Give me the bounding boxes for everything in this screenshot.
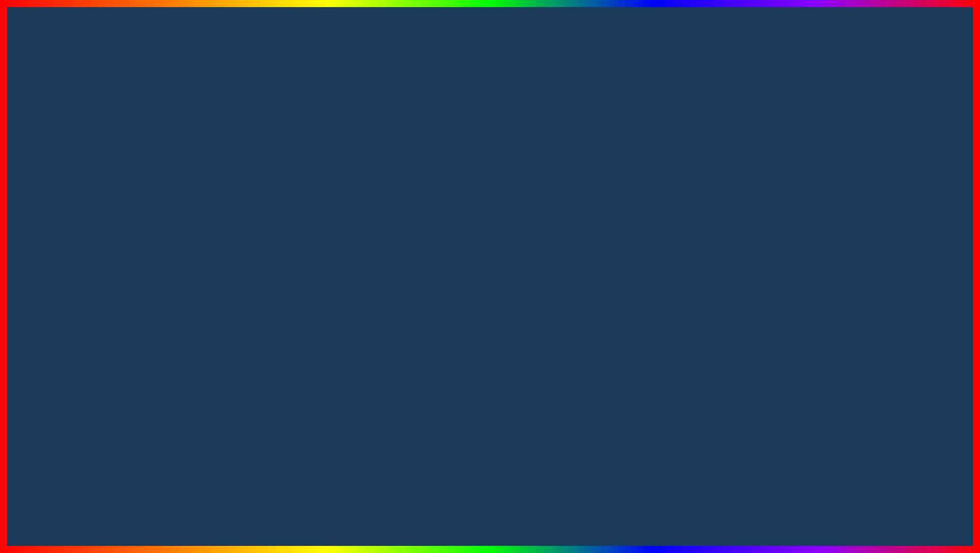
skull-icon: 💀 [808,495,839,525]
sidebar-item-race-right[interactable]: 👤 ce V4 [443,310,508,325]
general-icon-right: 🏠 [449,268,458,276]
tween-checkbox[interactable] [310,289,319,298]
tween-label: Auto Farm Chest ( Tween ) [122,290,307,297]
sidebar-label-general-left: General [55,268,77,275]
gun-mastery-checkbox[interactable] [716,308,725,317]
volcano-decoration [675,391,787,523]
sidebar-label-quest-left: Quest-Item [55,299,85,306]
bypass-checkbox[interactable] [310,308,319,317]
script-text: SCRIPT [493,486,643,528]
no-key-label: NO KEY !! [447,167,570,203]
select-weapon-label: Select Weapon : Melee [112,223,175,230]
auto-text: AUTO [147,469,319,532]
sidebar-label-necessary-right: Necessary [461,284,490,291]
select-weapon-dropdown[interactable]: Select Weapon : Melee ▼ [108,220,319,233]
fruit-mastery-checkbox[interactable] [716,289,725,298]
tween-row-icon: 🖱 [108,290,115,296]
race-icon-right: 👤 [449,314,458,322]
sidebar-item-necessary-left[interactable]: 🎯 Necessary [37,280,102,295]
candy-pole-4 [810,264,838,477]
sidebar-item-quest-right[interactable]: ⚙️ Quest-Item [443,295,508,310]
sidebar-item-general-left[interactable]: 🏠 General [37,264,102,280]
left-logo-area: M [37,199,102,245]
necessary-icon-left: 🎯 [43,283,52,291]
bf-logo-bottom: 💀 BL✦X FRUITS [801,481,939,538]
sidebar-label-race-right: ce V4 [461,314,477,321]
sidebar-item-necessary-right[interactable]: 🎯 Necessary [443,280,508,295]
sidebar-item-information-left[interactable]: 📋 Information [37,249,102,264]
row-auto-farm-nearest: 🖱 Auto Farm Nearest [103,255,324,274]
sidebar-label-quest-right: Quest-Item [461,299,491,306]
nearest-separator [118,260,119,270]
right-panel-content: Refresh Boss 🖱 🖱 Auto Farm Boss 🖱 Auto F… [509,195,730,329]
spawn-label: Auto Set Spawn Point [122,203,307,211]
all-boss-label: Auto Farm All Boss [528,242,713,249]
bf-fruits-text: FRUITS [852,510,939,538]
bf-logo-container: 💀 BL✦X FRUITS [801,481,939,538]
boss-checkbox[interactable] [716,222,725,231]
tween-separator [118,288,119,298]
left-logo-m: M [52,204,87,240]
nearest-row-icon: 🖱 [108,262,115,267]
boss-row-icon: 🖱 [514,223,521,229]
row-fruit-mastery: 🖱 Auto Farm Fruit Mastery [509,284,730,303]
chest-divider: Main Chest | General [103,274,324,284]
sidebar-item-race-left[interactable]: 👤 Race V4 [37,310,102,325]
mastery-divider-label: Main Mastery | General [591,276,648,282]
level-separator [118,240,119,251]
right-logo-m: M [458,204,494,240]
sidebar-label-necessary-left: Necessary [55,284,84,291]
all-boss-separator [524,240,525,251]
mastery-divider: Main Mastery | General [509,274,730,284]
bf-blox-text: BL✦X [852,481,939,510]
nearest-label: Auto Farm Nearest [122,261,307,268]
no-miss-skill-label: NO MISS SKILL [41,167,219,203]
twin-hook-checkbox[interactable] [716,260,725,269]
right-sidebar: M 📋 Information 🏠 General 🎯 Necessary ⚙️… [443,195,509,329]
quest-icon-left: ⚙️ [43,298,52,306]
gun-mastery-separator [524,307,525,318]
sidebar-label-general-right: General [461,268,483,275]
divider-line-left [108,279,184,280]
divider-line-right [243,279,319,280]
refresh-icon: 🖱 [718,204,725,210]
page-title: BLOX FRUITS [0,15,980,117]
row-select-weapon: Select Weapon : Melee ▼ [103,217,324,236]
row-auto-farm-boss: 🖱 Auto Farm Boss [509,217,730,236]
nearest-checkbox[interactable] [310,260,319,269]
all-boss-row-icon: 🖱 [514,243,521,248]
bypass-separator [118,307,119,318]
refresh-boss-label: Refresh Boss [514,203,715,211]
lava-shape [724,411,739,441]
row-gun-mastery: 🖱 Auto Farm Gun Mastery [ Only PC ] [509,303,730,322]
quest-icon-right: ⚙️ [449,298,458,306]
row-chest-tween: 🖱 Auto Farm Chest ( Tween ) [103,284,324,303]
all-boss-checkbox[interactable] [716,241,725,250]
bf-skull-circle: 💀 [801,487,846,533]
fruit-mastery-row-icon: 🖱 [514,290,521,296]
sidebar-item-quest-left[interactable]: ⚙️ Quest-Item [37,295,102,310]
sidebar-item-information-right[interactable]: 📋 Information [443,249,508,264]
select-arrow-icon: ▼ [309,223,314,229]
necessary-icon-right: 🎯 [449,283,458,291]
twin-hook-label: Auto Twin Hook [ Sea 3 ] [528,261,713,268]
left-sidebar: M 📋 Information 🏠 General 🎯 Necessary ⚙️… [37,195,103,329]
row-auto-farm-level: 🖱 Auto Farm Level [103,236,324,255]
fruit-mastery-label: Auto Farm Fruit Mastery [528,290,713,297]
boss-label: Auto Farm Boss [528,223,713,230]
row-chest-bypass: 🖱 Auto Farm Chest ( Bypass ) [103,303,324,322]
spawn-row-icon: 🖱 [108,204,115,210]
sidebar-item-general-right[interactable]: 🏠 General [443,264,508,280]
sidebar-label-information-right: Information [461,253,492,260]
spawn-checkbox[interactable] [310,202,319,212]
title-area: BLOX FRUITS [0,15,980,117]
row-auto-farm-all-boss: 🖱 Auto Farm All Boss [509,236,730,255]
general-icon-left: 🏠 [43,268,52,276]
bf-text-group: BL✦X FRUITS [852,481,939,538]
chest-divider-label: Main Chest | General [187,276,240,282]
sidebar-label-information-left: Information [55,253,85,260]
spawn-separator [118,202,119,212]
level-label: Auto Farm Level [122,242,307,249]
farm-text: FARM [319,469,493,532]
level-checkbox[interactable] [310,241,319,250]
